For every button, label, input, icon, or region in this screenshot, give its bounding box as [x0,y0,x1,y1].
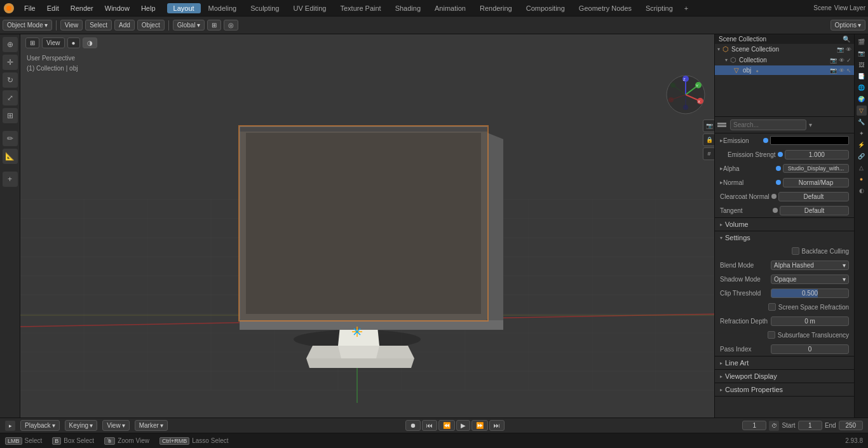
viewport-shading-btn[interactable]: ◑ [83,37,97,48]
properties-search-input[interactable] [730,119,806,130]
pass-index-input[interactable]: 0 [771,344,849,354]
tab-layout[interactable]: Layout [167,3,201,13]
search-clear[interactable]: ▾ [809,121,812,128]
transform-global[interactable]: Global ▾ [173,20,205,31]
menu-render[interactable]: Render [65,3,98,13]
next-frame-btn[interactable]: ⏩ [471,420,488,431]
prop-physics-icon[interactable]: ⚡ [857,140,867,150]
proportional-btn[interactable]: ◎ [224,20,238,31]
prop-output-icon[interactable]: 🖼 [857,60,867,70]
line-art-header[interactable]: ▸ Line Art [715,356,854,369]
menu-file[interactable]: File [19,3,41,13]
record-btn[interactable]: ⏺ [405,420,421,431]
scale-tool[interactable]: ⤢ [3,90,18,105]
view-grid-btn[interactable]: # [703,147,714,160]
timeline-expand[interactable]: ▸ [5,421,15,431]
clearcoat-normal-value[interactable]: Default [778,192,849,201]
rotate-tool[interactable]: ↻ [3,72,18,88]
current-frame[interactable]: 1 [742,421,766,430]
measure-tool[interactable]: 📐 [3,149,18,164]
scene-collection-row[interactable]: ▾ ⬡ Scene Collection 📷 👁 [715,44,854,55]
jump-start-btn[interactable]: ⏮ [422,420,437,431]
view-camera-btn[interactable]: 📷 [703,119,714,132]
add-tool[interactable]: + [3,172,18,187]
shadow-mode-select[interactable]: Opaque ▾ [771,275,849,284]
viewport-header: ⊞ View ● ◑ [20,34,714,51]
settings-header[interactable]: ▾ Settings [715,231,854,244]
start-frame[interactable]: 1 [798,421,822,430]
alpha-value[interactable]: Studio_Display_with... [783,164,849,173]
add-menu[interactable]: Add [114,20,135,31]
options-btn[interactable]: Options ▾ [831,20,865,31]
outliner-render-toggle[interactable]: 📷 [837,46,844,53]
jump-end-btn[interactable]: ⏭ [489,420,505,431]
viewport-display-header[interactable]: ▸ Viewport Display [715,370,854,383]
timeline-clock[interactable]: ⏱ [769,421,779,431]
blend-mode-select[interactable]: Alpha Hashed ▾ [771,261,849,270]
obj-row[interactable]: ▽ obj ⬥ 📷 👁 ↖ [715,65,854,75]
menu-edit[interactable]: Edit [42,3,64,13]
prop-shader-icon[interactable]: ◐ [857,186,867,196]
viewport-view-btn[interactable]: View [42,37,65,48]
ssr-checkbox[interactable] [768,303,776,311]
tab-uv-editing[interactable]: UV Editing [287,3,332,13]
volume-header[interactable]: ▸ Volume [715,218,854,231]
snap-btn[interactable]: ⊞ [207,20,221,31]
navigation-gizmo[interactable]: Z Y X 📷 🔒 # [663,72,708,117]
tab-compositing[interactable]: Compositing [520,3,571,13]
prop-modifier-icon[interactable]: 🔧 [857,117,867,127]
view-lock-btn[interactable]: 🔒 [703,133,714,146]
transform-tool[interactable]: ⊞ [3,108,18,123]
tab-animation[interactable]: Animation [428,3,472,13]
prop-particles-icon[interactable]: ✦ [857,128,867,139]
refraction-depth-input[interactable]: 0 m [771,316,849,326]
collection-row[interactable]: ▾ ⬡ Collection 📷 👁 ✓ [715,55,854,65]
tab-shading[interactable]: Shading [389,3,427,13]
end-frame[interactable]: 250 [839,421,863,430]
outliner-visibility-toggle[interactable]: 👁 [846,46,851,53]
select-menu[interactable]: Select [85,20,112,31]
prop-render-icon[interactable]: 📷 [857,48,867,58]
prop-data-icon[interactable]: △ [857,163,867,173]
menu-help[interactable]: Help [136,3,161,13]
move-tool[interactable]: ✛ [3,55,18,70]
sst-checkbox[interactable] [768,331,775,339]
prop-world-icon[interactable]: 🌍 [857,94,867,104]
custom-properties-header[interactable]: ▸ Custom Properties [715,383,854,396]
tab-modeling[interactable]: Modeling [202,3,243,13]
playback-menu[interactable]: Playback ▾ [20,420,60,431]
prop-scene2-icon[interactable]: 🌐 [857,83,867,93]
3d-viewport[interactable]: ⊞ View ● ◑ User Perspective (1) Collecti… [20,34,714,417]
viewport-overlay-btn[interactable]: ● [67,37,80,48]
add-workspace-tab[interactable]: + [681,3,692,13]
viewport-mode-btn[interactable]: ⊞ [25,37,39,48]
tab-texture-paint[interactable]: Texture Paint [334,3,387,13]
tab-sculpting[interactable]: Sculpting [244,3,285,13]
prop-scene-icon[interactable]: 🎬 [857,37,867,47]
prop-material-icon[interactable]: ● [857,174,867,184]
clip-threshold-input[interactable]: 0.500 [771,288,849,298]
tab-rendering[interactable]: Rendering [473,3,519,13]
prev-frame-btn[interactable]: ⏪ [438,420,455,431]
tab-scripting[interactable]: Scripting [639,3,679,13]
timeline-view-menu[interactable]: View ▾ [102,420,130,431]
play-btn[interactable]: ▶ [456,420,470,431]
cursor-tool[interactable]: ⊕ [3,37,18,52]
normal-value[interactable]: Normal/Map [783,178,849,187]
mode-selector[interactable]: Object Mode ▾ [3,20,52,31]
prop-view-layer-icon[interactable]: 📑 [857,71,867,81]
marker-menu[interactable]: Marker ▾ [135,420,168,431]
emission-color-picker[interactable] [770,136,849,145]
tab-geometry-nodes[interactable]: Geometry Nodes [573,3,638,13]
keying-menu[interactable]: Keying ▾ [65,420,98,431]
prop-object-icon[interactable]: ▽ [857,105,867,116]
annotate-tool[interactable]: ✏ [3,131,18,146]
outliner-filter[interactable]: 🔍 [843,36,850,43]
tangent-value[interactable]: Default [780,206,849,215]
menu-window[interactable]: Window [100,3,135,13]
backface-culling-checkbox[interactable] [792,247,799,255]
emission-strength-input[interactable]: 1.000 [785,150,849,160]
view-menu[interactable]: View [60,20,83,31]
prop-constraints-icon[interactable]: 🔗 [857,151,867,161]
object-menu[interactable]: Object [137,20,165,31]
